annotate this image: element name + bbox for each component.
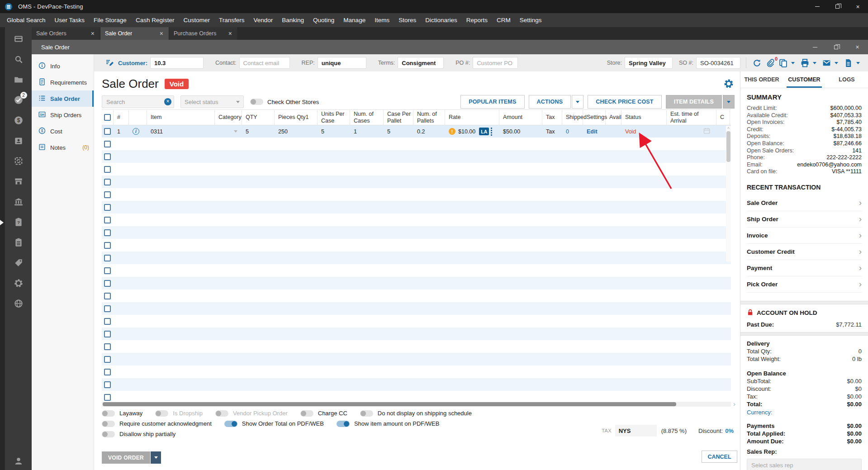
row-checkbox[interactable] — [104, 141, 111, 147]
panel-tab-logs[interactable]: LOGS — [825, 71, 868, 88]
toggle-show-order-total-on-pdf-web[interactable]: Show Order Total on PDF/WEB — [224, 420, 324, 427]
menu-item-settings[interactable]: Settings — [515, 13, 546, 27]
toggle-layaway[interactable]: Layaway — [102, 410, 142, 417]
chevron-down-icon[interactable] — [813, 62, 816, 64]
row-checkbox[interactable] — [104, 204, 111, 211]
popular-items-button[interactable]: POPULAR ITEMS — [460, 95, 524, 109]
sidebar-item-notes[interactable]: Notes(0) — [32, 139, 94, 156]
recent-ship-order-link[interactable]: Ship Order› — [747, 211, 862, 228]
row-checkbox[interactable] — [104, 153, 111, 160]
tab-close-icon[interactable]: × — [90, 30, 95, 37]
menu-item-dictionaries[interactable]: Dictionaries — [421, 13, 462, 27]
rail-expand-arrow-icon[interactable] — [0, 220, 4, 225]
panel-tab-this-order[interactable]: THIS ORDER — [740, 71, 783, 88]
chevron-down-icon[interactable] — [791, 62, 795, 64]
window-close-button[interactable]: × — [848, 0, 868, 13]
tasks-check-icon[interactable]: 2 — [13, 95, 24, 105]
menu-item-cash-register[interactable]: Cash Register — [131, 13, 179, 27]
table-vertical-scrollbar[interactable]: ˄ — [726, 126, 731, 261]
inner-close-button[interactable]: × — [847, 40, 868, 54]
menu-item-stores[interactable]: Stores — [394, 13, 421, 27]
search-clear-icon[interactable]: × — [164, 98, 171, 105]
check-price-cost-button[interactable]: CHECK PRICE COST — [588, 95, 662, 109]
recent-customer-credit-link[interactable]: Customer Credit› — [747, 244, 862, 260]
menu-item-vendor[interactable]: Vendor — [249, 13, 277, 27]
tag-icon[interactable] — [13, 257, 24, 268]
actions-button[interactable]: ACTIONS — [529, 95, 571, 109]
contacts-icon[interactable] — [13, 135, 24, 146]
recent-sale-order-link[interactable]: Sale Order› — [747, 195, 862, 211]
chevron-down-icon[interactable] — [835, 62, 838, 64]
toggle-show-item-amount-on-pdf-web[interactable]: Show item amount on PDF/WEB — [337, 420, 440, 427]
menu-item-global-search[interactable]: Global Search — [2, 13, 50, 27]
row-checkbox[interactable] — [104, 318, 111, 325]
search-icon[interactable] — [13, 54, 24, 65]
menu-item-manage[interactable]: Manage — [339, 13, 370, 27]
rep-field[interactable] — [318, 57, 366, 69]
menu-item-crm[interactable]: CRM — [492, 13, 515, 27]
item-details-dropdown-button[interactable] — [723, 95, 735, 109]
table-horizontal-scrollbar[interactable] — [102, 402, 731, 407]
row-checkbox[interactable] — [104, 242, 111, 249]
store-field[interactable] — [625, 57, 673, 69]
menu-item-reports[interactable]: Reports — [462, 13, 492, 27]
window-minimize-button[interactable] — [807, 0, 827, 13]
menu-item-quoting[interactable]: Quoting — [308, 13, 339, 27]
refresh-icon[interactable] — [752, 58, 762, 68]
discount-value-link[interactable]: 0% — [725, 427, 734, 434]
recent-invoice-link[interactable]: Invoice› — [747, 228, 862, 244]
store-icon[interactable] — [13, 176, 24, 187]
sales-rep-select[interactable] — [747, 459, 862, 470]
toggle-is-dropship[interactable]: Is Dropship — [155, 410, 203, 417]
tax-region-field[interactable]: NYS — [615, 425, 657, 437]
toggle-disallow-ship-partially[interactable]: Disallow ship partially — [102, 431, 175, 437]
menu-item-items[interactable]: Items — [370, 13, 394, 27]
toggle-vendor-pickup-order[interactable]: Vendor Pickup Order — [215, 410, 288, 417]
sidebar-item-requirements[interactable]: Requirements — [32, 74, 94, 90]
row-checkbox[interactable] — [104, 229, 111, 236]
menu-item-user-tasks[interactable]: User Tasks — [50, 13, 90, 27]
row-checkbox[interactable] — [104, 331, 111, 337]
tab-sale-order[interactable]: Sale Order× — [100, 27, 169, 40]
price-warning-icon[interactable]: ! — [449, 128, 455, 135]
drag-handle-icon[interactable] — [491, 128, 492, 136]
toggle-do-not-display-on-shipping-schedule[interactable]: Do not display on shipping schedule — [360, 410, 472, 417]
menu-item-file-storage[interactable]: File Storage — [89, 13, 131, 27]
attachment-icon[interactable]: 0 — [765, 58, 775, 68]
toggle-charge-cc[interactable]: Charge CC — [300, 410, 347, 417]
bank-icon[interactable] — [13, 196, 24, 207]
tab-close-icon[interactable]: × — [159, 30, 164, 37]
chevron-down-icon[interactable] — [856, 62, 860, 64]
print-icon[interactable] — [800, 58, 810, 68]
row-checkbox[interactable] — [104, 191, 111, 198]
gear-icon[interactable] — [13, 278, 24, 289]
row-checkbox[interactable] — [104, 369, 111, 375]
dollar-icon[interactable]: $ — [13, 115, 24, 126]
recent-payment-link[interactable]: Payment› — [747, 260, 862, 276]
tab-sale-orders[interactable]: Sale Orders× — [32, 27, 100, 40]
panel-tab-customer[interactable]: CUSTOMER — [783, 71, 825, 88]
menu-item-transfers[interactable]: Transfers — [214, 13, 249, 27]
cancel-button[interactable]: CANCEL — [702, 451, 737, 463]
row-checkbox[interactable] — [104, 255, 111, 261]
folder-icon[interactable] — [13, 74, 24, 85]
so-number-field[interactable] — [696, 57, 740, 69]
row-checkbox[interactable] — [104, 394, 111, 401]
menu-item-customer[interactable]: Customer — [179, 13, 214, 27]
row-checkbox[interactable] — [104, 179, 111, 185]
tab-purchase-orders[interactable]: Purchase Orders× — [169, 27, 238, 40]
po-number-field[interactable] — [473, 57, 518, 69]
tab-close-icon[interactable]: × — [228, 30, 233, 37]
category-select[interactable] — [215, 130, 242, 133]
toggle-require-customer-acknowledgment[interactable]: Require customer acknowledgment — [102, 420, 212, 427]
void-order-button[interactable]: VOID ORDER — [102, 451, 150, 464]
select-all-checkbox[interactable] — [104, 114, 111, 121]
sidebar-item-ship-orders[interactable]: SHShip Orders — [32, 107, 94, 123]
sidebar-item-sale-order[interactable]: Sale Order — [32, 90, 94, 107]
mail-icon[interactable] — [821, 58, 831, 68]
recent-pick-order-link[interactable]: Pick Order› — [747, 276, 862, 293]
row-checkbox[interactable] — [104, 217, 111, 223]
window-restore-button[interactable] — [827, 0, 848, 13]
item-info-icon[interactable]: i — [133, 128, 139, 135]
check-other-stores-toggle[interactable] — [250, 99, 263, 105]
